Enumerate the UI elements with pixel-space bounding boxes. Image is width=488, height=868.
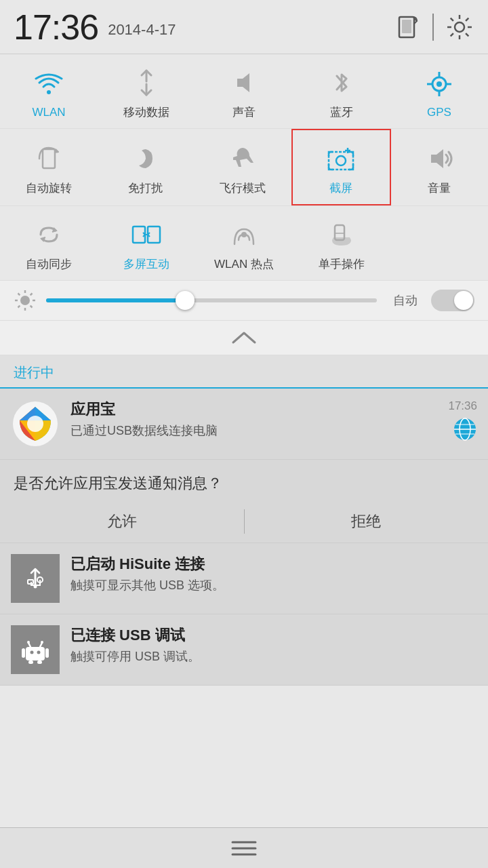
svg-point-3 xyxy=(47,90,51,94)
qs-bluetooth[interactable]: 蓝牙 xyxy=(293,54,390,128)
usb-debug-body: 触摸可停用 USB 调试。 xyxy=(70,648,477,665)
usb-icon xyxy=(11,554,60,603)
one-hand-icon xyxy=(324,217,359,252)
qs-dnd-label: 免打扰 xyxy=(128,180,163,196)
mobile-data-icon xyxy=(129,65,164,100)
screen-rotation-status-icon xyxy=(392,12,422,42)
qs-screenshot[interactable]: 截屏 xyxy=(291,129,391,205)
gps-icon xyxy=(422,66,457,102)
qs-wlan[interactable]: WLAN xyxy=(0,54,98,128)
settings-status-icon[interactable] xyxy=(445,12,474,42)
notif-section-title: 进行中 xyxy=(14,365,54,380)
svg-point-42 xyxy=(27,641,30,644)
yingyongbao-content: 应用宝 已通过USB数据线连接电脑 xyxy=(70,399,437,439)
auto-rotate-icon xyxy=(31,141,66,176)
svg-point-45 xyxy=(37,651,41,654)
qs-auto-sync-label: 自动同步 xyxy=(26,256,72,272)
qs-dnd[interactable]: 免打扰 xyxy=(97,129,194,205)
date-display: 2014-4-17 xyxy=(108,21,176,39)
qs-mobile-data-label: 移动数据 xyxy=(123,104,169,120)
qs-volume-label: 音量 xyxy=(428,180,451,196)
quick-settings-row-3: 自动同步 多屏互动 WLAN 热点 xyxy=(0,206,488,281)
auto-sync-icon xyxy=(31,217,66,252)
auto-label: 自动 xyxy=(393,292,418,309)
airplane-icon xyxy=(225,141,260,176)
svg-point-38 xyxy=(34,585,37,589)
permission-dialog-actions: 允许 拒绝 xyxy=(0,500,488,542)
qs-multiscreen-label: 多屏互动 xyxy=(123,256,169,272)
qs-sound[interactable]: 声音 xyxy=(195,54,293,128)
qs-gps-label: GPS xyxy=(427,106,451,119)
quick-settings-row-1: WLAN 移动数据 声音 蓝牙 xyxy=(0,54,488,129)
sound-icon xyxy=(226,65,262,100)
android-icon xyxy=(11,625,60,674)
hisuite-title: 已启动 HiSuite 连接 xyxy=(70,554,477,574)
wlan-hotspot-icon xyxy=(226,217,262,252)
qs-sound-label: 声音 xyxy=(232,104,256,120)
status-bar: 17:36 2014-4-17 xyxy=(0,0,488,54)
svg-point-20 xyxy=(20,296,30,305)
svg-rect-46 xyxy=(22,648,25,658)
usb-debug-title: 已连接 USB 调试 xyxy=(70,625,477,646)
qs-airplane[interactable]: 飞行模式 xyxy=(194,129,291,205)
svg-line-28 xyxy=(18,306,20,308)
notif-yingyongbao[interactable]: 应用宝 已通过USB数据线连接电脑 17:36 xyxy=(0,389,488,460)
svg-rect-49 xyxy=(37,660,42,664)
brightness-icon xyxy=(14,289,37,312)
yingyongbao-body: 已通过USB数据线连接电脑 xyxy=(70,422,437,439)
svg-line-27 xyxy=(30,294,33,296)
multiscreen-icon xyxy=(129,217,164,252)
qs-wlan-hotspot[interactable]: WLAN 热点 xyxy=(195,206,293,280)
yingyongbao-icon xyxy=(11,399,60,448)
menu-icon[interactable] xyxy=(227,838,261,859)
wlan-icon xyxy=(31,66,66,102)
brightness-fill xyxy=(46,298,185,302)
permission-dialog-text: 是否允许应用宝发送通知消息？ xyxy=(0,460,488,494)
time-display: 17:36 xyxy=(14,7,98,47)
yingyongbao-time: 17:36 xyxy=(448,399,477,413)
deny-button[interactable]: 拒绝 xyxy=(245,500,489,542)
svg-rect-16 xyxy=(148,226,160,243)
qs-gps[interactable]: GPS xyxy=(390,54,488,128)
notif-section-header: 进行中 xyxy=(0,355,488,389)
yingyongbao-title: 应用宝 xyxy=(70,399,437,420)
svg-rect-39 xyxy=(26,647,45,660)
svg-rect-11 xyxy=(329,152,353,170)
auto-brightness-toggle[interactable] xyxy=(431,290,474,311)
notif-permission-dialog: 是否允许应用宝发送通知消息？ 允许 拒绝 xyxy=(0,460,488,543)
volume-icon xyxy=(422,141,457,176)
notif-usb-debug[interactable]: 已连接 USB 调试 触摸可停用 USB 调试。 xyxy=(0,614,488,686)
svg-point-12 xyxy=(336,156,346,165)
qs-wlan-hotspot-label: WLAN 热点 xyxy=(214,256,274,272)
svg-rect-48 xyxy=(28,660,33,664)
bluetooth-icon xyxy=(324,65,359,100)
allow-button[interactable]: 允许 xyxy=(0,500,244,542)
hisuite-content: 已启动 HiSuite 连接 触摸可显示其他 USB 选项。 xyxy=(70,554,477,593)
notif-hisuite[interactable]: 已启动 HiSuite 连接 触摸可显示其他 USB 选项。 xyxy=(0,543,488,614)
qs-multiscreen[interactable]: 多屏互动 xyxy=(98,206,195,280)
brightness-thumb[interactable] xyxy=(176,291,195,310)
auto-toggle-knob xyxy=(454,291,473,310)
notifications-panel: 进行中 应用宝 已通过USB数据线连接电脑 17:36 xyxy=(0,355,488,686)
qs-auto-sync[interactable]: 自动同步 xyxy=(0,206,98,280)
qs-bluetooth-label: 蓝牙 xyxy=(330,104,353,120)
qs-wlan-label: WLAN xyxy=(32,106,65,119)
screenshot-icon xyxy=(323,141,359,176)
svg-line-25 xyxy=(18,294,20,296)
svg-rect-47 xyxy=(45,648,49,658)
brightness-slider[interactable] xyxy=(46,298,377,302)
brightness-row: 自动 xyxy=(0,281,488,321)
svg-rect-15 xyxy=(133,226,145,243)
hisuite-body: 触摸可显示其他 USB 选项。 xyxy=(70,577,477,593)
qs-auto-rotate[interactable]: 自动旋转 xyxy=(0,129,97,205)
status-icons xyxy=(392,12,474,42)
qs-mobile-data[interactable]: 移动数据 xyxy=(98,54,195,128)
svg-point-2 xyxy=(455,22,464,32)
qs-volume[interactable]: 音量 xyxy=(391,129,488,205)
globe-icon xyxy=(453,417,477,441)
collapse-button[interactable] xyxy=(0,321,488,355)
svg-rect-10 xyxy=(43,149,55,168)
qs-one-hand[interactable]: 单手操作 xyxy=(293,206,390,280)
svg-point-5 xyxy=(436,81,442,87)
dnd-icon xyxy=(128,141,163,176)
